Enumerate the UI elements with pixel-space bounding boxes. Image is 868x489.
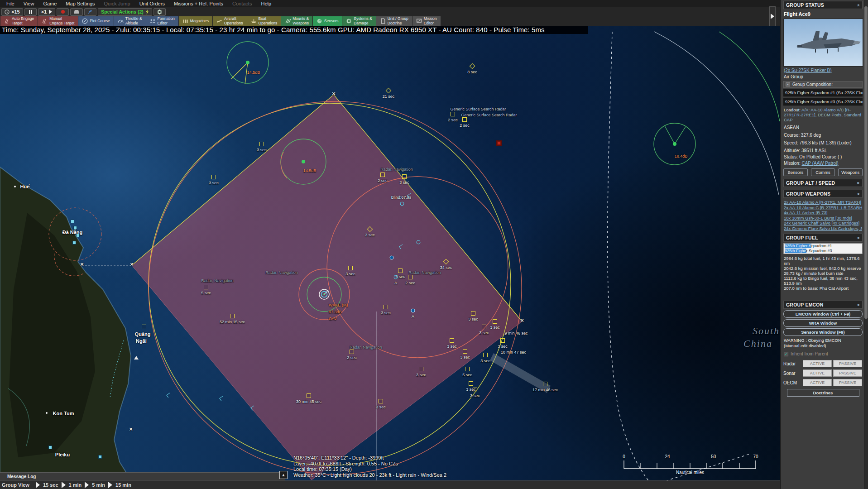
emcon-button-emcon-window-ctrl-f9[interactable]: EMCON Window (Ctrl + F9) — [783, 310, 863, 318]
contact-unknown-surface[interactable] — [204, 285, 208, 289]
contact-unknown-surface[interactable] — [500, 338, 505, 343]
friendly-base-icon[interactable] — [72, 241, 76, 244]
contact-unknown-surface[interactable] — [482, 325, 486, 329]
settings-button[interactable] — [153, 8, 166, 16]
toolbar-boat-operations[interactable]: BoatOperations — [247, 16, 281, 26]
contact-friendly-unit[interactable] — [411, 309, 415, 313]
weapon-link[interactable]: 4x AA-11 Archer [R-73] — [784, 210, 862, 216]
contact-unknown-surface[interactable] — [450, 338, 454, 343]
tab-sensors[interactable]: Sensors — [783, 168, 808, 176]
wake-contact[interactable] — [318, 288, 330, 300]
friendly-base-icon[interactable] — [71, 220, 74, 223]
time-advance-5-min[interactable]: 5 min — [85, 482, 105, 488]
friendly-base-icon[interactable] — [73, 226, 77, 230]
contact-friendly-unit[interactable] — [390, 256, 394, 260]
weapon-link[interactable]: 24x Generic Flare Salvo [4x Cartridges, … — [784, 226, 862, 231]
group-status-header[interactable]: GROUP STATUS » — [783, 1, 863, 9]
collapse-toggle-icon[interactable]: ▴ — [786, 82, 790, 86]
tab-comms[interactable]: Comms — [811, 168, 835, 176]
menu-quick-jump[interactable]: Quick Jump — [100, 0, 135, 7]
toolbar-formation-editor[interactable]: FormationEditor — [146, 16, 178, 26]
contact-unknown-surface[interactable] — [419, 367, 423, 371]
contact-friendly-air[interactable] — [400, 202, 404, 206]
contact-unknown-surface[interactable] — [469, 381, 473, 386]
toolbar-magazines[interactable]: Magazines — [179, 16, 212, 26]
emcon-passive-button[interactable]: PASSIVE — [833, 369, 862, 377]
city-dot-icon[interactable] — [14, 186, 16, 187]
contact-friendly-air[interactable] — [417, 240, 421, 244]
group-composition-header[interactable]: ▴ Group Composition: — [783, 81, 863, 88]
aircraft-type-link[interactable]: (2x Su-27SK Flanker B) — [784, 68, 832, 73]
friendly-base-icon[interactable] — [98, 455, 102, 459]
toolbar-systems-damage[interactable]: Systems &Damage — [342, 16, 376, 26]
contact-unknown-surface[interactable] — [350, 350, 354, 354]
toolbar-sensors[interactable]: Sensors — [313, 16, 342, 26]
emcon-active-button[interactable]: ACTIVE — [803, 369, 832, 377]
special-actions-button[interactable]: Special Actions (2) — [98, 8, 152, 16]
toolbar-mission-editor[interactable]: MissionEditor — [412, 16, 441, 26]
emcon-passive-button[interactable]: PASSIVE — [833, 379, 862, 386]
contact-unknown-surface[interactable] — [462, 117, 467, 122]
composition-row[interactable]: 925th Figher Squadron #3 (Su-27SK Flanke… — [783, 98, 863, 106]
pause-button[interactable] — [24, 8, 37, 16]
expand-message-log-button[interactable]: ▲ — [279, 471, 288, 479]
contact-unknown-surface[interactable] — [307, 393, 311, 398]
contact-unknown-surface[interactable] — [483, 353, 488, 357]
contact-unknown-surface[interactable] — [402, 174, 407, 179]
weapon-link[interactable]: 24x Generic Chaff Salvo [4x Cartridges] — [784, 221, 862, 226]
weapon-link[interactable]: 10x 30mm Gsh-30-1 Burst [30 rnds] — [784, 216, 862, 221]
contact-unknown-surface[interactable] — [142, 325, 146, 329]
contact-hostile-surface[interactable] — [496, 140, 502, 146]
toolbar-auto-engage-target[interactable]: Auto EngageTarget — [0, 16, 38, 26]
contact-unknown-surface[interactable] — [473, 388, 477, 392]
contact-unknown-surface[interactable] — [398, 268, 403, 273]
toolbar-aircraft-operations[interactable]: AircraftOperations — [213, 16, 247, 26]
contact-unknown-surface[interactable] — [451, 112, 455, 116]
scrollbar-thumb[interactable] — [864, 6, 868, 319]
emcon-button-sensors-window-f9[interactable]: Sensors Window (F9) — [783, 328, 863, 336]
contact-friendly-air[interactable] — [394, 275, 398, 279]
contact-unknown-surface[interactable] — [348, 266, 353, 270]
group-view-label[interactable]: Group View — [2, 482, 29, 488]
section-alt-speed[interactable]: GROUP ALT / SPEED » — [783, 179, 863, 187]
menu-view[interactable]: View — [19, 0, 39, 7]
nav-triangle-icon[interactable] — [134, 356, 139, 360]
step-button[interactable]: ×1 — [38, 8, 56, 16]
contact-unknown-surface[interactable] — [465, 367, 470, 371]
contact-unknown-surface[interactable] — [408, 275, 412, 279]
toolbar-throttle-altitude[interactable]: Throttle &Altitude — [114, 16, 146, 26]
weapon-link[interactable]: 2x AA-10 Alamo C [R-27ER1, LR TSARH] — [784, 205, 862, 211]
section-weapons[interactable]: GROUP WEAPONS » — [783, 190, 863, 198]
friendly-base-icon[interactable] — [48, 446, 52, 449]
record-button[interactable] — [57, 8, 69, 16]
city-dot-icon[interactable] — [46, 412, 48, 414]
toolbar-mounts-weapons[interactable]: Mounts &Weapons — [281, 16, 312, 26]
toolbar-plot-course[interactable]: Plot Course — [78, 16, 113, 26]
sidebar-collapse-button[interactable] — [769, 6, 776, 26]
presentation-button[interactable] — [70, 8, 83, 16]
contact-unknown-surface[interactable] — [230, 314, 235, 318]
contact-unknown-surface[interactable] — [380, 173, 385, 177]
inherit-checkbox[interactable]: ✓ — [784, 352, 788, 356]
menu-help[interactable]: Help — [256, 0, 276, 7]
toolbar-manual-engage-target[interactable]: ManualEngage Target — [38, 16, 78, 26]
tab-weapons[interactable]: Weapons — [838, 168, 863, 176]
contact-unknown-surface[interactable] — [211, 175, 216, 179]
time-advance-15-min[interactable]: 15 min — [108, 482, 131, 488]
menu-file[interactable]: File — [2, 0, 19, 7]
fuel-unit-row[interactable]: 925th Figher Squadron #3 — [784, 249, 862, 254]
friendly-base-icon[interactable] — [76, 234, 80, 237]
contact-unknown-surface[interactable] — [384, 305, 388, 309]
fuel-unit-row[interactable]: 925th Figher Squadron #1 — [784, 244, 862, 249]
section-fuel[interactable]: GROUP FUEL » — [783, 234, 863, 242]
menu-game[interactable]: Game — [38, 0, 61, 7]
time-speed-button[interactable]: ×15 — [1, 8, 23, 16]
doctrines-button[interactable]: Doctrines — [787, 389, 859, 397]
weapon-link[interactable]: 2x AA-10 Alamo A [R-27R1, MR TSARH] — [784, 200, 862, 205]
message-log-bar[interactable]: Message Log — [0, 472, 285, 480]
contact-unknown-surface[interactable] — [471, 311, 475, 316]
emcon-active-button[interactable]: ACTIVE — [803, 379, 832, 386]
time-advance-15-sec[interactable]: 15 sec — [36, 482, 58, 488]
contact-unknown-surface[interactable] — [259, 142, 264, 146]
contact-unknown-surface[interactable] — [379, 399, 383, 403]
